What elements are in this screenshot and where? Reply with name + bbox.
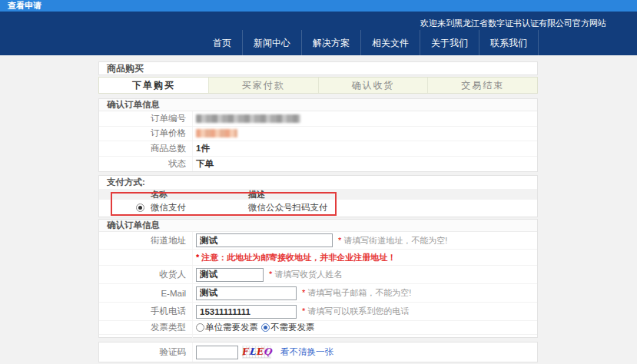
invoice-option-company[interactable]: 单位需要发票: [196, 322, 258, 333]
phone-hint: *请填写可以联系到您的电话: [302, 306, 409, 317]
captcha-letter: F: [241, 346, 248, 359]
order-number-label: 订单编号: [99, 111, 193, 126]
confirm-section-title: 确认订单信息: [99, 220, 537, 232]
welcome-text: 欢迎来到黑龙江省数字证书认证有限公司官方网站: [420, 18, 606, 29]
status-label: 状态: [99, 157, 193, 172]
nav-item-home[interactable]: 首页: [202, 35, 242, 51]
tab-buyer-payment[interactable]: 买家付款: [209, 78, 319, 93]
captcha-letter: L: [248, 346, 256, 359]
wechat-pay-name: 微信支付: [151, 202, 248, 213]
required-asterisk: *: [196, 253, 199, 262]
page-header-title: 查看申请: [8, 1, 41, 10]
site-header: 欢迎来到黑龙江省数字证书认证有限公司官方网站 首页 新闻中心 解决方案 相关文件…: [0, 12, 637, 55]
tab-transaction-complete[interactable]: 交易结束: [428, 78, 537, 93]
phone-label: 手机电话: [99, 303, 193, 320]
required-asterisk: *: [302, 288, 305, 297]
required-asterisk: *: [269, 270, 272, 279]
captcha-label: 验证码: [99, 342, 193, 362]
nav-item-news[interactable]: 新闻中心: [243, 35, 301, 51]
captcha-refresh-link[interactable]: 看不清换一张: [280, 346, 333, 358]
wechat-pay-radio[interactable]: [136, 204, 144, 212]
street-address-row: 街道地址 *请填写街道地址，不能为空!: [99, 232, 537, 250]
phone-input[interactable]: [196, 305, 297, 319]
payment-col-desc: 描述: [248, 189, 537, 200]
address-note: *注意：此地址为邮寄接收地址，并非企业注册地址！: [196, 252, 396, 263]
email-row: E-Mail *请填写电子邮箱，不能为空!: [99, 284, 537, 303]
consignee-label: 收货人: [99, 266, 193, 283]
nav-item-contact[interactable]: 联系我们: [479, 35, 538, 51]
email-hint: *请填写电子邮箱，不能为空!: [302, 287, 411, 299]
order-price-redacted-value: [196, 129, 237, 137]
order-number-row: 订单编号: [99, 111, 537, 127]
payment-table-header: 名称 描述: [99, 189, 537, 200]
item-count-value: 1件: [196, 143, 210, 154]
phone-row: 手机电话 *请填写可以联系到您的电话: [99, 303, 537, 321]
tab-confirm-receipt[interactable]: 确认收货: [319, 78, 429, 93]
invoice-company-radio[interactable]: [196, 323, 204, 332]
wechat-pay-desc: 微信公众号扫码支付: [248, 202, 537, 213]
captcha-row: 验证码 F L E Q 看不清换一张: [99, 342, 537, 362]
payment-option-row: 微信支付 微信公众号扫码支付: [99, 200, 537, 216]
order-info-panel: 确认订单信息 订单编号 订单价格 商品总数 1件 状态 下单: [98, 98, 538, 172]
order-info-section-title: 确认订单信息: [99, 99, 537, 111]
required-asterisk: *: [302, 306, 305, 316]
captcha-input[interactable]: [196, 346, 238, 359]
consignee-hint: *请填写收货人姓名: [269, 269, 342, 280]
email-label: E-Mail: [99, 284, 193, 302]
main-nav: 首页 新闻中心 解决方案 相关文件 关于我们 联系我们: [202, 35, 539, 51]
required-asterisk: *: [338, 236, 341, 245]
order-price-row: 订单价格: [99, 127, 537, 142]
status-value: 下单: [196, 158, 214, 170]
nav-item-solutions[interactable]: 解决方案: [302, 35, 360, 51]
payment-col-name: 名称: [151, 189, 248, 200]
order-step-tabs: 下单购买 买家付款 确认收货 交易结束: [98, 77, 538, 94]
invoice-type-row: 发票类型 单位需要发票 不需要发票: [99, 321, 537, 335]
invoice-none-radio[interactable]: [261, 323, 270, 332]
nav-item-about[interactable]: 关于我们: [420, 35, 479, 51]
invoice-type-label: 发票类型: [99, 321, 193, 334]
item-count-row: 商品总数 1件: [99, 141, 537, 157]
email-input[interactable]: [196, 286, 297, 300]
tab-place-order[interactable]: 下单购买: [99, 78, 209, 93]
window-title-bar: 查看申请: [0, 0, 637, 12]
invoice-option-none[interactable]: 不需要发票: [261, 322, 315, 333]
status-row: 状态 下单: [99, 157, 537, 172]
street-address-input[interactable]: [196, 233, 333, 247]
page-title: 商品购买: [98, 61, 538, 75]
consignee-input[interactable]: [196, 268, 264, 282]
street-address-label: 街道地址: [99, 232, 193, 249]
consignee-row: 收货人 *请填写收货人姓名: [99, 266, 537, 284]
nav-divider: [538, 30, 539, 56]
captcha-image: F L E Q: [242, 346, 271, 359]
payment-section-title: 支付方式:: [99, 176, 537, 189]
shipping-form-panel: 确认订单信息 街道地址 *请填写街道地址，不能为空! *注意：此地址为邮寄接收地…: [98, 219, 538, 338]
order-number-redacted-value: [196, 114, 300, 123]
address-note-row: *注意：此地址为邮寄接收地址，并非企业注册地址！: [99, 250, 537, 266]
payment-method-panel: 支付方式: 名称 描述 微信支付 微信公众号扫码支付: [98, 175, 538, 217]
order-price-label: 订单价格: [99, 127, 193, 141]
item-count-label: 商品总数: [99, 141, 193, 156]
captcha-panel: 验证码 F L E Q 看不清换一张: [98, 342, 538, 362]
captcha-letter: Q: [263, 345, 272, 359]
nav-item-documents[interactable]: 相关文件: [361, 35, 420, 51]
street-address-hint: *请填写街道地址，不能为空!: [338, 235, 447, 247]
